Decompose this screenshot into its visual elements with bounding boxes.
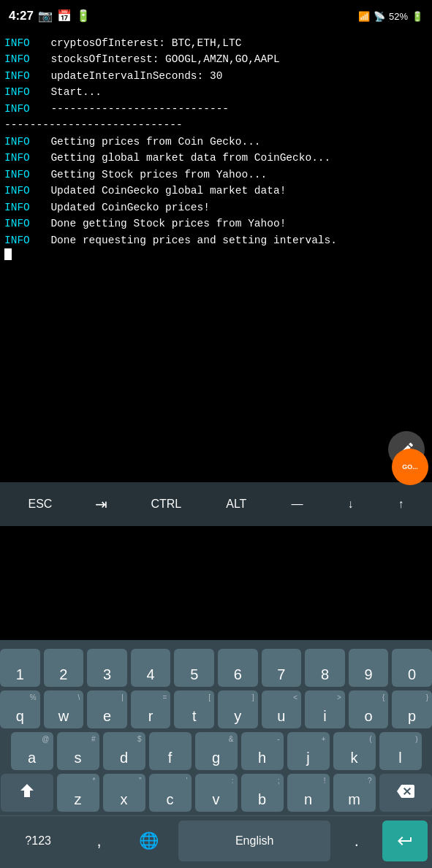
log-line: INFO cryptosOfInterest: BTC,ETH,LTC — [4, 35, 428, 51]
log-level: INFO — [4, 101, 38, 117]
key-h[interactable]: -h — [241, 732, 284, 770]
key-superscript: ? — [368, 777, 372, 785]
key-c[interactable]: 'c — [149, 774, 192, 812]
period-key[interactable]: . — [333, 816, 379, 866]
key-row-2: *z"x'c:v;b!n?m — [0, 774, 432, 812]
log-line: INFO Done requesting prices and setting … — [4, 232, 428, 248]
log-level: INFO — [4, 199, 38, 216]
log-level: INFO — [4, 183, 38, 199]
key-superscript: ! — [324, 777, 326, 785]
key-n[interactable]: !n — [287, 774, 330, 812]
key-row-1: @a#s$df&g-h+j(k)l — [0, 732, 432, 770]
cursor-block — [4, 248, 12, 260]
key-o[interactable]: {o — [349, 690, 389, 728]
signal-icon: 📶 — [358, 11, 370, 22]
key-superscript: : — [232, 777, 234, 785]
key-2[interactable]: 2 — [44, 649, 84, 687]
key-l[interactable]: )l — [379, 732, 422, 770]
key-5[interactable]: 5 — [174, 649, 214, 687]
log-line: INFO Getting global market data from Coi… — [4, 150, 428, 166]
esc-key[interactable]: ESC — [20, 493, 61, 515]
key-g[interactable]: &g — [195, 732, 238, 770]
key-v[interactable]: :v — [195, 774, 238, 812]
key-1[interactable]: 1 — [0, 649, 40, 687]
key-i[interactable]: >i — [305, 690, 345, 728]
english-key[interactable]: English — [178, 821, 331, 861]
key-superscript: [ — [208, 693, 211, 701]
log-line: INFO Start... — [4, 84, 428, 100]
key-b[interactable]: ;b — [241, 774, 284, 812]
key-a[interactable]: @a — [11, 732, 53, 770]
key-3[interactable]: 3 — [87, 649, 127, 687]
log-text: Done getting Stock prices from Yahoo! — [38, 216, 286, 232]
log-level: INFO — [4, 216, 38, 232]
log-level: INFO — [4, 232, 38, 248]
key-superscript: ; — [278, 777, 280, 785]
alt-key[interactable]: ALT — [217, 493, 255, 515]
key-6[interactable]: 6 — [218, 649, 258, 687]
shift-key[interactable] — [1, 774, 53, 812]
comma-key[interactable]: , — [76, 816, 122, 866]
battery-icon: 🔋 — [412, 11, 423, 22]
status-bar: 4:27 📷 📅 🔋 📶 📡 52% 🔋 — [0, 0, 432, 32]
backspace-key[interactable] — [379, 774, 432, 812]
log-line: INFO Done getting Stock prices from Yaho… — [4, 216, 428, 232]
key-e[interactable]: |e — [87, 690, 127, 728]
ctrl-key[interactable]: CTRL — [142, 493, 190, 515]
tab-key[interactable]: ⇥ — [88, 491, 115, 517]
key-superscript: - — [277, 735, 279, 743]
key-superscript: \ — [77, 693, 80, 701]
key-superscript: & — [229, 735, 234, 743]
dash-key[interactable]: — — [282, 493, 311, 515]
up-arrow-key[interactable]: ↑ — [389, 493, 412, 515]
log-level: INFO — [4, 134, 38, 150]
symbols-key[interactable]: ?123 — [0, 816, 76, 866]
key-q[interactable]: %q — [0, 690, 40, 728]
enter-key[interactable] — [382, 821, 428, 861]
fab-orange-button[interactable]: GO... — [392, 449, 428, 485]
key-w[interactable]: \w — [44, 690, 84, 728]
log-line: INFO Updated CoinGecko prices! — [4, 199, 428, 216]
power-icon: 🔋 — [76, 9, 91, 23]
key-superscript: + — [322, 735, 326, 743]
key-row-0: %q\w|e=r[t]y<u>i{o}p — [0, 690, 432, 728]
key-f[interactable]: f — [149, 732, 192, 770]
status-time: 4:27 — [9, 9, 34, 23]
key-0[interactable]: 0 — [392, 649, 432, 687]
key-9[interactable]: 9 — [349, 649, 389, 687]
log-line: INFO Updated CoinGecko global market dat… — [4, 183, 428, 199]
key-m[interactable]: ?m — [333, 774, 376, 812]
number-row: 1234567890 — [0, 649, 432, 687]
log-text: Getting global market data from CoinGeck… — [38, 150, 330, 166]
terminal: INFO cryptosOfInterest: BTC,ETH,LTCINFO … — [0, 32, 432, 507]
key-j[interactable]: +j — [287, 732, 330, 770]
log-level: INFO — [4, 68, 38, 84]
key-z[interactable]: *z — [57, 774, 99, 812]
key-k[interactable]: (k — [333, 732, 376, 770]
key-4[interactable]: 4 — [131, 649, 171, 687]
log-text: Updated CoinGecko prices! — [38, 199, 210, 216]
key-superscript: ' — [186, 777, 188, 785]
log-level: INFO — [4, 84, 38, 100]
enter-icon — [396, 832, 414, 850]
key-u[interactable]: <u — [262, 690, 302, 728]
key-x[interactable]: "x — [103, 774, 145, 812]
key-p[interactable]: }p — [392, 690, 432, 728]
cursor-line — [4, 248, 428, 260]
log-level: INFO — [4, 167, 38, 183]
key-superscript: " — [139, 777, 142, 785]
status-icons: 📶 📡 52% 🔋 — [358, 11, 423, 22]
key-superscript: % — [30, 693, 37, 701]
key-7[interactable]: 7 — [262, 649, 302, 687]
key-t[interactable]: [t — [174, 690, 214, 728]
key-y[interactable]: ]y — [218, 690, 258, 728]
key-8[interactable]: 8 — [305, 649, 345, 687]
log-level: INFO — [4, 35, 38, 51]
key-superscript: > — [337, 693, 341, 701]
down-arrow-key[interactable]: ↓ — [338, 493, 362, 515]
camera-icon: 📷 — [38, 9, 53, 23]
key-r[interactable]: =r — [131, 690, 171, 728]
globe-key[interactable]: 🌐 — [122, 816, 175, 866]
key-d[interactable]: $d — [103, 732, 145, 770]
key-s[interactable]: #s — [57, 732, 99, 770]
